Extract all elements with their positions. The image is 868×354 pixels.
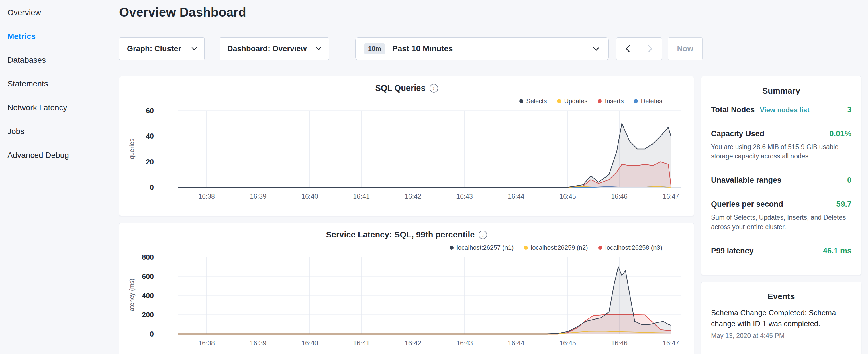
summary-label: Unavailable ranges xyxy=(711,176,781,185)
right-column: Summary Total Nodes View nodes list 3 Ca… xyxy=(701,76,861,354)
legend-label: Updates xyxy=(564,97,587,105)
summary-description: You are using 28.6 MiB of 515.9 GiB usab… xyxy=(711,142,851,161)
chart-title: SQL Queries xyxy=(375,83,425,93)
chart-legend: localhost:26257 (n1)localhost:26259 (n2)… xyxy=(120,244,662,252)
service-latency-chart[interactable]: 020040060080016:3816:3916:4016:4116:4216… xyxy=(127,253,686,351)
summary-title: Summary xyxy=(711,86,851,96)
summary-value: 3 xyxy=(847,105,851,114)
sql-queries-chart[interactable]: 020406016:3816:3916:4016:4116:4216:4316:… xyxy=(127,106,686,204)
charts-column: SQL Queries SelectsUpdatesInsertsDeletes… xyxy=(119,76,694,354)
sidebar-item-advanced-debug[interactable]: Advanced Debug xyxy=(0,143,115,167)
events-title: Events xyxy=(711,292,851,301)
chevron-right-icon xyxy=(648,45,653,53)
summary-row-total-nodes: Total Nodes View nodes list 3 xyxy=(711,98,851,122)
svg-text:16:42: 16:42 xyxy=(405,340,421,347)
now-button[interactable]: Now xyxy=(668,37,703,60)
svg-text:16:39: 16:39 xyxy=(250,340,267,347)
svg-text:16:46: 16:46 xyxy=(611,340,627,347)
info-icon[interactable] xyxy=(430,84,438,93)
svg-text:16:40: 16:40 xyxy=(302,193,318,200)
svg-text:16:42: 16:42 xyxy=(405,193,421,200)
svg-text:queries: queries xyxy=(128,139,135,159)
event-text: Schema Change Completed: Schema change w… xyxy=(711,308,851,329)
time-forward-button[interactable] xyxy=(639,37,662,60)
svg-text:600: 600 xyxy=(142,272,154,280)
summary-label: Queries per second xyxy=(711,200,783,209)
summary-value: 0 xyxy=(847,176,851,185)
svg-text:20: 20 xyxy=(146,158,154,166)
main-content: Overview Dashboard Graph: Cluster Dashbo… xyxy=(115,0,868,354)
sidebar: Overview Metrics Databases Statements Ne… xyxy=(0,0,115,354)
legend-label: Inserts xyxy=(604,97,624,105)
svg-text:400: 400 xyxy=(142,292,154,299)
svg-text:16:41: 16:41 xyxy=(353,193,370,200)
summary-value: 59.7 xyxy=(836,200,851,209)
time-range-dropdown[interactable]: 10m Past 10 Minutes xyxy=(355,37,609,60)
summary-row-p99-latency: P99 latency 46.1 ms xyxy=(711,239,851,263)
legend-dot-icon xyxy=(557,99,561,103)
sidebar-item-metrics[interactable]: Metrics xyxy=(0,24,115,48)
legend-dot-icon xyxy=(450,246,454,250)
event-item: Schema Change Completed: Schema change w… xyxy=(711,308,851,340)
svg-text:0: 0 xyxy=(150,330,154,338)
service-latency-chart-panel: Service Latency: SQL, 99th percentile lo… xyxy=(119,223,694,354)
svg-text:16:43: 16:43 xyxy=(456,340,473,347)
graph-dropdown[interactable]: Graph: Cluster xyxy=(119,37,205,60)
sql-queries-chart-panel: SQL Queries SelectsUpdatesInsertsDeletes… xyxy=(119,76,694,216)
event-timestamp: May 13, 2020 at 4:45 PM xyxy=(711,332,851,340)
svg-text:16:47: 16:47 xyxy=(662,193,679,200)
svg-text:16:38: 16:38 xyxy=(198,340,215,347)
sidebar-item-overview[interactable]: Overview xyxy=(0,1,115,24)
view-nodes-link[interactable]: View nodes list xyxy=(760,106,810,114)
summary-row-queries-per-second: Queries per second 59.7 Sum of Selects, … xyxy=(711,192,851,238)
svg-text:60: 60 xyxy=(146,106,154,115)
legend-item-selects: Selects xyxy=(519,97,547,105)
legend-label: localhost:26259 (n2) xyxy=(531,244,588,252)
legend-item-localhost-26259-n2-: localhost:26259 (n2) xyxy=(524,244,588,252)
svg-text:200: 200 xyxy=(142,311,154,319)
chart-title-row: Service Latency: SQL, 99th percentile xyxy=(120,230,694,239)
svg-text:16:45: 16:45 xyxy=(559,340,576,347)
time-range-label: Past 10 Minutes xyxy=(392,44,585,53)
sidebar-item-network-latency[interactable]: Network Latency xyxy=(0,96,115,120)
chevron-down-icon xyxy=(191,47,197,51)
graph-dropdown-label: Graph: Cluster xyxy=(127,44,181,53)
svg-text:16:45: 16:45 xyxy=(559,193,576,200)
dashboard-dropdown-label: Dashboard: Overview xyxy=(227,44,307,53)
time-pager xyxy=(616,37,662,60)
svg-text:latency (ms): latency (ms) xyxy=(128,279,135,313)
summary-label: Total Nodes xyxy=(711,105,755,114)
dashboard-dropdown[interactable]: Dashboard: Overview xyxy=(219,37,329,60)
legend-item-inserts: Inserts xyxy=(598,97,624,105)
chart-title-row: SQL Queries xyxy=(120,83,694,93)
svg-text:16:38: 16:38 xyxy=(198,193,215,200)
legend-item-localhost-26257-n1-: localhost:26257 (n1) xyxy=(450,244,514,252)
legend-dot-icon xyxy=(519,99,523,103)
legend-dot-icon xyxy=(524,246,528,250)
svg-text:16:46: 16:46 xyxy=(611,193,627,200)
events-panel: Events Schema Change Completed: Schema c… xyxy=(701,282,861,354)
legend-item-deletes: Deletes xyxy=(634,97,662,105)
sidebar-item-jobs[interactable]: Jobs xyxy=(0,120,115,143)
legend-item-localhost-26258-n3-: localhost:26258 (n3) xyxy=(598,244,662,252)
svg-text:16:44: 16:44 xyxy=(508,340,524,347)
chart-title: Service Latency: SQL, 99th percentile xyxy=(326,230,475,239)
time-preset-badge: 10m xyxy=(364,43,385,55)
legend-dot-icon xyxy=(634,99,638,103)
time-back-button[interactable] xyxy=(616,37,639,60)
svg-text:16:47: 16:47 xyxy=(662,340,679,347)
chevron-left-icon xyxy=(625,45,630,53)
summary-value: 0.01% xyxy=(829,129,851,138)
svg-text:16:40: 16:40 xyxy=(302,340,318,347)
legend-item-updates: Updates xyxy=(557,97,587,105)
summary-label: P99 latency xyxy=(711,247,754,255)
sidebar-item-databases[interactable]: Databases xyxy=(0,48,115,72)
toolbar: Graph: Cluster Dashboard: Overview 10m P… xyxy=(119,37,703,60)
summary-label: Capacity Used xyxy=(711,129,764,138)
sidebar-item-statements[interactable]: Statements xyxy=(0,72,115,96)
chevron-down-icon xyxy=(316,47,321,51)
info-icon[interactable] xyxy=(478,231,487,239)
legend-label: localhost:26258 (n3) xyxy=(605,244,662,252)
summary-panel: Summary Total Nodes View nodes list 3 Ca… xyxy=(701,76,861,275)
summary-row-unavailable-ranges: Unavailable ranges 0 xyxy=(711,168,851,192)
